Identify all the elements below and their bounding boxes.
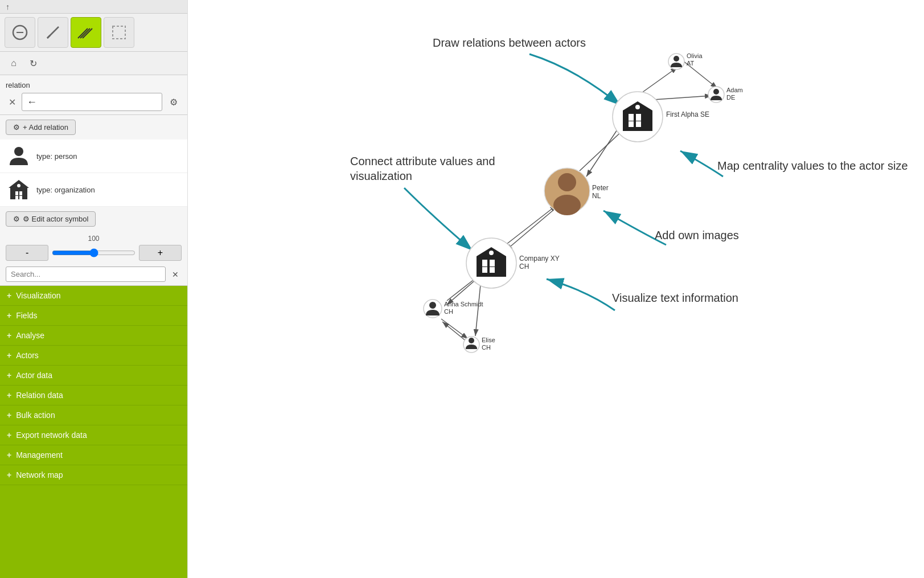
relation-section: relation ✕ ← ⚙	[0, 75, 187, 115]
organization-icon	[7, 178, 31, 202]
svg-line-5	[83, 28, 92, 38]
annotation-visualize-text: Visualize text information	[612, 292, 738, 304]
slider-row: - +	[6, 245, 182, 261]
add-relation-label: + Add relation	[23, 123, 68, 132]
sidebar-item-visualization-label: Visualization	[16, 291, 60, 300]
expand-icon: +	[7, 291, 11, 300]
svg-rect-59	[490, 267, 495, 273]
sidebar-item-relation-data-label: Relation data	[16, 391, 63, 400]
organization-type-label: type: organization	[36, 186, 95, 194]
expand-icon: +	[7, 311, 11, 320]
search-input[interactable]	[6, 267, 166, 282]
expand-icon: +	[7, 371, 11, 380]
relation-remove-button[interactable]: ✕	[6, 96, 18, 108]
add-relation-icon: ⚙	[13, 123, 20, 132]
svg-line-24	[506, 205, 557, 245]
svg-point-50	[553, 195, 581, 215]
edit-actor-settings-icon: ⚙	[13, 215, 20, 223]
svg-text:Anna Schmidt: Anna Schmidt	[444, 301, 483, 308]
annotation-add-images: Add own images	[655, 229, 739, 241]
svg-rect-9	[10, 188, 27, 199]
sidebar-item-fields-label: Fields	[16, 311, 37, 320]
svg-point-68	[469, 338, 474, 343]
svg-point-15	[17, 184, 20, 187]
svg-line-23	[580, 128, 625, 171]
svg-text:Company XY: Company XY	[519, 255, 560, 263]
sidebar-item-actors-label: Actors	[16, 351, 39, 360]
svg-rect-34	[629, 114, 634, 121]
add-relation-button[interactable]: ⚙ + Add relation	[6, 120, 76, 135]
sidebar-item-fields[interactable]: + Fields	[0, 306, 187, 326]
sidebar-item-bulk-action[interactable]: + Bulk action	[0, 405, 187, 425]
person-icon	[7, 144, 31, 168]
sidebar-item-actor-data[interactable]: + Actor data	[0, 366, 187, 386]
svg-line-28	[475, 285, 481, 336]
refresh-icon[interactable]: ↻	[25, 55, 41, 71]
actor-type-organization[interactable]: type: organization	[0, 173, 187, 207]
sidebar-item-actors[interactable]: + Actors	[0, 346, 187, 366]
sidebar-item-analyse[interactable]: + Analyse	[0, 326, 187, 346]
home-icon[interactable]: ⌂	[6, 55, 22, 71]
sidebar-item-management-label: Management	[16, 450, 63, 460]
relation-label: relation	[6, 81, 182, 89]
sidebar-item-network-map[interactable]: + Network map	[0, 465, 187, 485]
annotation-draw-relations: Draw relations between actors	[433, 36, 586, 49]
svg-rect-36	[629, 121, 634, 127]
edit-actor-symbol-button[interactable]: ⚙ ⚙ Edit actor symbol	[6, 211, 96, 227]
left-panel: ↑ ⌂ ↻ relation ✕ ←	[0, 0, 188, 578]
slider-section: 100 - +	[0, 231, 187, 263]
expand-icon: +	[7, 351, 11, 360]
svg-text:Peter: Peter	[592, 184, 609, 192]
tool-pencil-multi[interactable]	[71, 17, 101, 48]
main-area: First Alpha SE Olivia AT Adam DE Peter N…	[188, 0, 924, 578]
sidebar-item-management[interactable]: + Management	[0, 445, 187, 465]
svg-rect-11	[15, 191, 18, 195]
tool-pencil-single[interactable]	[38, 17, 68, 48]
svg-rect-13	[15, 196, 18, 199]
svg-line-19	[638, 67, 677, 96]
svg-text:Elise: Elise	[482, 337, 495, 343]
relation-arrow-display: ←	[22, 93, 162, 111]
sidebar-item-visualization[interactable]: + Visualization	[0, 286, 187, 306]
up-arrow-icon: ↑	[6, 2, 10, 11]
svg-text:Adam: Adam	[726, 87, 743, 93]
search-clear-button[interactable]: ✕	[169, 268, 182, 281]
tool-select-box[interactable]	[104, 17, 134, 48]
relation-settings-button[interactable]: ⚙	[166, 94, 182, 110]
svg-rect-58	[482, 267, 487, 273]
svg-text:CH: CH	[519, 263, 529, 270]
annotation-connect2: visualization	[350, 170, 412, 182]
svg-rect-37	[636, 121, 641, 127]
svg-text:AT: AT	[687, 60, 695, 67]
svg-point-41	[674, 56, 679, 62]
svg-rect-56	[482, 260, 487, 267]
sidebar-item-export-label: Export network data	[16, 431, 87, 440]
slider-plus-button[interactable]: +	[139, 245, 182, 261]
expand-icon: +	[7, 391, 11, 400]
size-slider[interactable]	[52, 248, 135, 257]
slider-value: 100	[6, 235, 182, 243]
svg-line-30	[442, 322, 467, 342]
svg-line-22	[586, 128, 618, 177]
tool-pencil-outline[interactable]	[5, 17, 35, 48]
svg-line-6	[78, 28, 88, 38]
sidebar-item-export-network-data[interactable]: + Export network data	[0, 425, 187, 445]
svg-rect-35	[636, 114, 641, 121]
sidebar-item-relation-data[interactable]: + Relation data	[0, 386, 187, 405]
sidebar-item-network-map-label: Network map	[16, 470, 63, 479]
svg-line-25	[506, 210, 554, 251]
sidebar-item-analyse-label: Analyse	[16, 331, 44, 340]
svg-line-4	[80, 28, 90, 38]
svg-point-60	[489, 251, 494, 255]
slider-minus-button[interactable]: -	[6, 245, 48, 261]
nav-icons: ⌂ ↻	[0, 52, 187, 75]
sidebar-item-actor-data-label: Actor data	[16, 371, 52, 380]
search-section: ✕	[0, 263, 187, 286]
relation-row: ✕ ← ⚙	[6, 93, 182, 111]
network-diagram: First Alpha SE Olivia AT Adam DE Peter N…	[188, 0, 924, 578]
actor-type-person[interactable]: type: person	[0, 140, 187, 173]
expand-icon: +	[7, 431, 11, 440]
expand-icon: +	[7, 450, 11, 460]
expand-icon: +	[7, 411, 11, 420]
svg-text:CH: CH	[444, 308, 453, 315]
